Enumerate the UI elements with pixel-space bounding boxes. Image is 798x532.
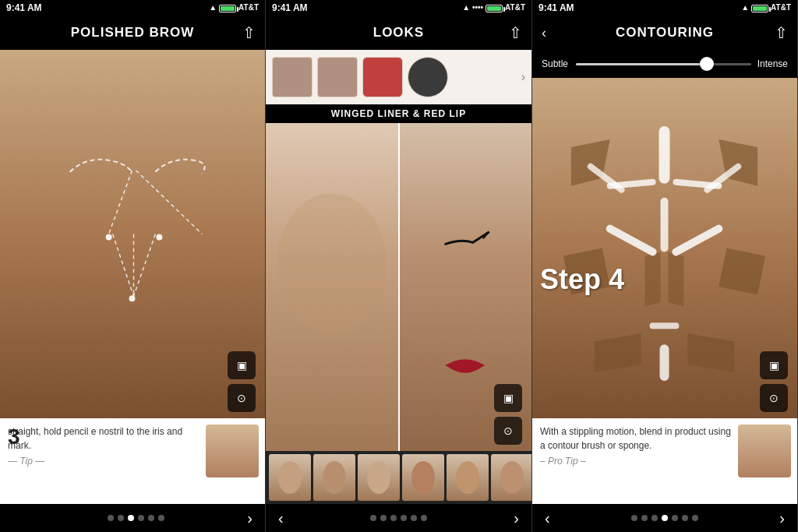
- status-bar-right: 9:41 AM ▲ AT&T: [532, 0, 797, 16]
- contour-overlay: [532, 78, 797, 418]
- dot-7-right: [692, 515, 698, 521]
- face-thumb-2[interactable]: [313, 454, 355, 501]
- compare-icon-left[interactable]: ▣: [228, 351, 256, 379]
- face-thumb-3[interactable]: [358, 454, 400, 501]
- dot-2-mid: [380, 515, 387, 521]
- dot-5-right: [672, 515, 678, 521]
- svg-point-7: [129, 295, 136, 301]
- prev-arrow-mid[interactable]: ‹: [275, 509, 287, 527]
- mid-image-area: ▣ ⊙: [266, 123, 531, 451]
- slider-track[interactable]: [576, 63, 751, 65]
- svg-line-0: [109, 171, 132, 234]
- svg-line-17: [591, 167, 622, 190]
- step-number-left: 3: [8, 425, 20, 449]
- dot-2-right: [641, 515, 648, 521]
- status-icons-left: ▲ AT&T: [209, 3, 259, 12]
- product-palette[interactable]: [317, 57, 358, 97]
- carrier-right: AT&T: [771, 3, 791, 12]
- camera-icon-mid[interactable]: ⊙: [494, 417, 522, 445]
- dot-6-mid: [421, 515, 427, 521]
- upload-icon-right[interactable]: [775, 23, 788, 42]
- face-image-left: ▣ ⊙: [0, 50, 265, 418]
- svg-point-8: [277, 193, 387, 333]
- svg-line-16: [676, 182, 719, 186]
- battery-left: [219, 3, 236, 12]
- svg-line-4: [133, 234, 155, 297]
- dot-6-right: [682, 515, 688, 521]
- thumb-left: [206, 425, 259, 477]
- nav-bar-mid: LOOKS: [266, 16, 531, 50]
- brow-guide-overlay: [0, 50, 265, 418]
- nav-title-right: CONTOURING: [616, 25, 714, 41]
- look-label-mid: WINGED LINER & RED LIP: [266, 104, 531, 123]
- camera-icon-right[interactable]: ⊙: [760, 384, 788, 412]
- dot-3-right: [651, 515, 658, 521]
- thumb-right: [738, 425, 791, 477]
- upload-icon-left[interactable]: [242, 23, 256, 42]
- nav-bar-left: POLISHED BROW: [0, 16, 265, 50]
- dot-2-left: [118, 515, 124, 521]
- face-thumb-1[interactable]: [269, 454, 311, 501]
- svg-point-6: [156, 234, 162, 241]
- thumb-face-left: [206, 425, 259, 477]
- next-arrow-right[interactable]: ›: [776, 509, 788, 527]
- product-bronzer[interactable]: [272, 57, 312, 97]
- svg-line-1: [136, 171, 202, 234]
- dots-nav-left: ›: [0, 504, 265, 532]
- slider-max-label: Intense: [757, 58, 788, 69]
- status-icons-right: ▲ AT&T: [741, 3, 791, 12]
- svg-line-11: [676, 229, 719, 252]
- slider-fill: [576, 63, 707, 65]
- panel-looks: 9:41 AM ▲ •••• AT&T LOOKS › WINGED LINER…: [266, 0, 532, 532]
- svg-point-5: [106, 234, 112, 241]
- thumb-face-right: [738, 425, 791, 477]
- thumbs-strip-mid: [266, 451, 531, 504]
- compare-icon-mid[interactable]: ▣: [494, 384, 522, 412]
- panel-contouring: 9:41 AM ▲ AT&T ‹ CONTOURING Subtle Inten…: [532, 0, 798, 532]
- carrier-mid: AT&T: [505, 3, 525, 12]
- svg-line-18: [707, 167, 738, 190]
- upload-icon-mid[interactable]: [509, 23, 522, 42]
- dots-nav-right: ‹ ›: [532, 504, 797, 532]
- compare-icon-right[interactable]: ▣: [760, 351, 788, 379]
- nav-right-right[interactable]: [741, 23, 788, 42]
- nav-right-left[interactable]: [209, 23, 256, 42]
- prev-arrow-right[interactable]: ‹: [542, 509, 553, 527]
- dots-left: [108, 515, 164, 521]
- face-thumb-5[interactable]: [447, 454, 489, 501]
- status-bar-mid: 9:41 AM ▲ •••• AT&T: [266, 0, 531, 16]
- step-label-right: Step 4: [540, 263, 624, 296]
- next-arrow-mid[interactable]: ›: [510, 509, 522, 527]
- back-icon-right[interactable]: ‹: [542, 25, 546, 41]
- dot-5-left: [148, 515, 154, 521]
- split-line: [398, 123, 400, 451]
- product-lipstick[interactable]: [362, 57, 403, 97]
- product-arrow: ›: [521, 70, 525, 84]
- dot-4-left: [138, 515, 144, 521]
- face-thumb-6[interactable]: [491, 454, 531, 501]
- nav-bar-right: ‹ CONTOURING: [532, 16, 797, 50]
- svg-line-15: [610, 182, 653, 186]
- face-split-left: [266, 123, 399, 451]
- svg-line-3: [113, 234, 134, 297]
- wifi-icon-right: ▲: [741, 3, 749, 12]
- slider-min-label: Subtle: [542, 58, 570, 69]
- next-arrow-left[interactable]: ›: [244, 509, 256, 527]
- nav-right-mid[interactable]: [475, 23, 522, 42]
- product-powder[interactable]: [408, 57, 448, 97]
- slider-thumb[interactable]: [700, 57, 714, 71]
- nav-title-mid: LOOKS: [373, 25, 424, 41]
- dot-4-right: [662, 515, 668, 521]
- battery-right: [751, 3, 768, 12]
- product-strip-mid: ›: [266, 50, 531, 104]
- face-thumb-4[interactable]: [402, 454, 444, 501]
- camera-icon-left[interactable]: ⊙: [228, 384, 256, 412]
- svg-line-10: [610, 229, 653, 252]
- nav-left-right[interactable]: ‹: [542, 25, 588, 41]
- battery-mid: [486, 3, 503, 12]
- dot-4-mid: [401, 515, 407, 521]
- dot-1-mid: [370, 515, 376, 521]
- wifi-icon-left: ▲: [209, 3, 217, 12]
- bottom-info-right: With a stippling motion, blend in produc…: [532, 418, 797, 504]
- dot-1-left: [108, 515, 114, 521]
